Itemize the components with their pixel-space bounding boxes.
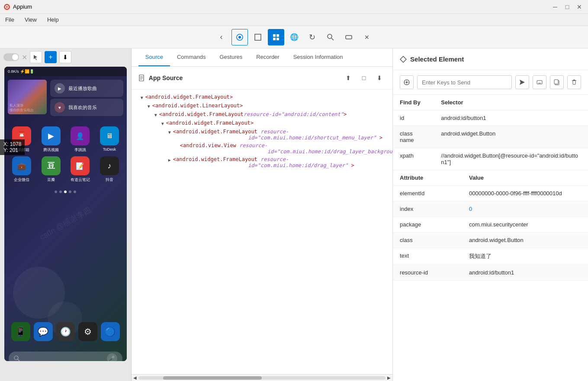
scroll-left-btn[interactable]: ◀ — [133, 375, 137, 380]
horizontal-scrollbar[interactable]: ◀ ▶ — [132, 374, 392, 381]
find-by-row-xpath: xpath //android.widget.Button[@resource-… — [393, 148, 588, 170]
refresh-button[interactable]: ↻ — [304, 29, 321, 45]
menu-help[interactable]: Help — [45, 16, 61, 24]
phone-search[interactable]: 🎤 — [9, 352, 122, 361]
send-keys-btn[interactable] — [515, 75, 529, 89]
toggle-3[interactable]: ▼ — [152, 111, 159, 118]
tab-commands[interactable]: Commands — [170, 48, 212, 66]
target-btn[interactable] — [400, 75, 414, 89]
tab-session[interactable]: Session Information — [286, 48, 350, 66]
app-name-notes: 有道云笔记 — [71, 177, 90, 183]
source-header: App Source ⬆ □ ⬇ — [132, 67, 392, 90]
xml-node-2[interactable]: ▼ <android.widget.LinearLayout> — [132, 102, 392, 110]
svg-rect-8 — [273, 38, 276, 40]
attr-row-class: class android.widget.Button — [393, 232, 588, 248]
xml-node-4[interactable]: ▼ <android.widget.FrameLayout> — [132, 119, 392, 128]
expand-action[interactable]: ⬆ — [342, 72, 354, 84]
dock-item-4[interactable]: ⚙ — [78, 322, 97, 341]
status-speed: 0.8K/s ⚡📶🔋 — [8, 69, 34, 74]
grid-button[interactable] — [268, 29, 284, 45]
toggle-1[interactable]: ▼ — [138, 94, 145, 101]
attr-row-elementid: elementId 00000000-0000-0f96-ffff-ffff00… — [393, 186, 588, 201]
toggle-2[interactable]: ▼ — [145, 103, 152, 110]
inspect-button[interactable] — [231, 29, 248, 45]
find-by-key-class: class name — [393, 126, 434, 148]
device-screen[interactable]: 0.8K/s ⚡📶🔋 私人漫游懂你的音乐电台 ▶ — [4, 67, 127, 361]
close-button[interactable]: ✕ — [574, 2, 585, 12]
app-item-todesk[interactable]: 🖥 ToDesk — [96, 126, 122, 153]
tab-gestures[interactable]: Gestures — [212, 48, 249, 66]
appium-logo-icon — [3, 3, 10, 10]
download-button[interactable]: ⬇ — [59, 51, 71, 63]
app-item-tiktok[interactable]: ♪ 抖音 — [96, 156, 122, 183]
copy-element-btn[interactable] — [550, 75, 564, 89]
app-name-video: 腾讯视频 — [43, 147, 59, 153]
xml-node-6[interactable]: <android.view.View resource- id="com.miu… — [132, 142, 392, 155]
stop-button[interactable]: ✕ — [359, 29, 375, 45]
attr-val-index: 0 — [462, 201, 588, 217]
play-btn-recent[interactable]: ▶ — [55, 83, 65, 94]
trash-btn[interactable] — [567, 75, 581, 89]
back-button[interactable]: ‹ — [213, 29, 230, 45]
app-item-notes[interactable]: 📝 有道云笔记 — [67, 156, 93, 183]
dock-item-5[interactable]: 🔵 — [101, 322, 120, 341]
svg-line-11 — [331, 38, 334, 40]
globe-button[interactable]: 🌐 — [286, 29, 302, 45]
download-action[interactable]: ⬇ — [373, 72, 386, 84]
scroll-thumb[interactable] — [163, 376, 262, 380]
dot-5 — [74, 190, 76, 193]
attr-table: elementId 00000000-0000-0f96-ffff-ffff00… — [393, 186, 588, 281]
select-button[interactable] — [250, 29, 266, 45]
cursor-button[interactable] — [30, 51, 42, 63]
play-btn-fav[interactable]: ♥ — [55, 102, 65, 113]
minimize-button[interactable]: ─ — [550, 2, 560, 12]
keys-row — [393, 70, 588, 95]
dock-item-1[interactable]: 📱 — [11, 322, 30, 341]
xml-node-1[interactable]: ▼ <android.widget.FrameLayout> — [132, 93, 392, 102]
window-controls: ─ □ ✕ — [550, 2, 585, 12]
scroll-right-btn[interactable]: ▶ — [387, 375, 391, 380]
keyboard-btn[interactable] — [533, 75, 546, 89]
music-card-fav: ♥ 我喜欢的音乐 — [50, 99, 123, 116]
app-icon-jump: 👤 — [71, 126, 90, 145]
record-button[interactable] — [341, 29, 357, 45]
scroll-track[interactable] — [138, 376, 386, 380]
toggle-5[interactable]: ▼ — [166, 129, 173, 136]
attr-val-package: com.miui.securitycenter — [462, 217, 588, 232]
find-by-key-id: id — [393, 110, 434, 126]
svg-marker-20 — [400, 56, 406, 62]
app-item-jump[interactable]: 👤 李跳跳 — [67, 126, 93, 153]
add-button[interactable]: + — [45, 51, 57, 63]
app-item-work-wechat[interactable]: 💼 企业微信 — [9, 156, 35, 183]
target-icon — [404, 79, 410, 85]
toggle-4[interactable]: ▼ — [159, 120, 166, 127]
toggle-switch[interactable] — [3, 53, 19, 61]
app-item-douban[interactable]: 豆 豆瓣 — [38, 156, 64, 183]
attr-key-text: text — [393, 248, 462, 265]
toggle-7[interactable]: ▶ — [166, 156, 173, 163]
xml-tag-5b: > — [379, 135, 382, 141]
dock-item-3[interactable]: 🕐 — [56, 322, 75, 341]
find-by-row-id: id android:id/button1 — [393, 110, 588, 126]
phone-content: 私人漫游懂你的音乐电台 ▶ 最近播放歌曲 ♥ 我喜欢的音乐 — [4, 76, 127, 361]
search-button[interactable] — [322, 29, 339, 45]
attr-key-package: package — [393, 217, 462, 232]
maximize-button[interactable]: □ — [562, 2, 572, 12]
dock-item-2[interactable]: 💬 — [34, 322, 53, 341]
menu-view[interactable]: View — [23, 16, 39, 24]
tab-source[interactable]: Source — [138, 48, 170, 66]
search-icon — [327, 34, 334, 41]
menu-bar: File View Help — [0, 14, 588, 26]
keys-input[interactable] — [417, 75, 512, 89]
selected-element-header: Selected Element — [393, 48, 588, 70]
find-by-table: Find By Selector id android:id/button1 c… — [393, 95, 588, 170]
voice-search-btn[interactable]: 🎤 — [107, 353, 117, 361]
xml-node-7[interactable]: ▶ <android.widget.FrameLayout resource- … — [132, 155, 392, 169]
copy-action[interactable]: □ — [358, 72, 370, 84]
right-panel: Selected Element — [393, 48, 588, 381]
xml-node-3[interactable]: ▼ <android.widget.FrameLayout resource-i… — [132, 110, 392, 119]
xml-node-5[interactable]: ▼ <android.widget.FrameLayout resource- … — [132, 128, 392, 142]
app-item-video[interactable]: ▶ 腾讯视频 — [38, 126, 64, 153]
tab-recorder[interactable]: Recorder — [249, 48, 286, 66]
menu-file[interactable]: File — [3, 16, 16, 24]
